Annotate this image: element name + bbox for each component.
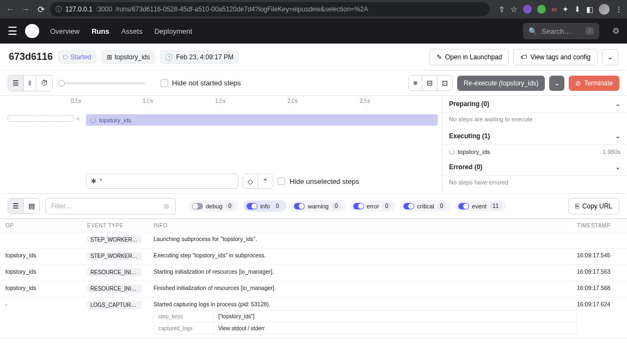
- layout-3[interactable]: ⊡: [438, 76, 452, 90]
- log-view-structured[interactable]: ☰: [8, 199, 24, 213]
- log-view-group: ☰ ▤: [8, 198, 40, 214]
- run-id: 673d6116: [9, 51, 53, 63]
- level-critical[interactable]: critical0: [400, 200, 451, 212]
- url-bar[interactable]: ⓘ 127.0.0.1:3000/runs/673d6116-0528-45df…: [50, 2, 490, 16]
- layout-group: ≡ ⊟ ⊡: [408, 75, 453, 91]
- col-ts: TIMESTAMP: [577, 223, 627, 229]
- download-icon[interactable]: ⬇: [574, 5, 581, 14]
- log-view-raw[interactable]: ▤: [24, 199, 39, 213]
- tick: 1.5s: [215, 98, 225, 104]
- toggle[interactable]: [458, 203, 469, 209]
- layout-2[interactable]: ⊟: [422, 76, 438, 90]
- hide-not-started-label: Hide not started steps: [172, 79, 241, 87]
- menu-icon[interactable]: ☰: [8, 24, 17, 38]
- section-succeeded[interactable]: Succeeded (0)›: [442, 191, 627, 193]
- toggle[interactable]: [192, 203, 203, 209]
- nav-overview[interactable]: Overview: [50, 27, 79, 35]
- app-logo[interactable]: [25, 24, 39, 38]
- nav-assets[interactable]: Assets: [121, 27, 143, 35]
- panel-icon[interactable]: ◧: [586, 5, 593, 14]
- reexecute-dropdown[interactable]: ⌄: [549, 76, 564, 91]
- hide-unselected-label: Hide unselected steps: [290, 177, 359, 186]
- search-placeholder: Search…: [542, 27, 571, 35]
- extension-icon-3[interactable]: ∞: [551, 5, 557, 14]
- log-row[interactable]: -LOGS_CAPTUREDStarted capturing logs in …: [0, 297, 627, 338]
- filter-up[interactable]: ⌃: [258, 174, 273, 188]
- view-waterfall[interactable]: ☰: [8, 76, 24, 91]
- log-filter-input[interactable]: Filter… ⊗: [45, 198, 176, 214]
- level-error[interactable]: error0: [350, 200, 396, 212]
- level-debug[interactable]: debug0: [189, 200, 239, 212]
- search-icon: 🔍: [528, 27, 537, 35]
- reexecute-button[interactable]: Re-execute (topstory_ids): [457, 76, 545, 91]
- share-icon[interactable]: ⇧: [499, 5, 505, 14]
- filter-layers[interactable]: ◇: [243, 174, 258, 188]
- browser-actions: ⇧ ☆ ∞ ✦ ⬇ ◧ ⋮: [493, 4, 623, 15]
- view-mode-group: ☰ ⫴ ⏱: [8, 75, 53, 91]
- open-launchpad-button[interactable]: ✎Open in Launchpad: [429, 49, 509, 65]
- view-time[interactable]: ⏱: [36, 76, 52, 91]
- extension-icon-2[interactable]: [537, 5, 546, 14]
- nav-runs[interactable]: Runs: [91, 27, 109, 35]
- section-errored[interactable]: Errored (0)⌄: [442, 159, 627, 176]
- spinner-icon: [90, 118, 96, 123]
- settings-icon[interactable]: ⚙: [612, 26, 619, 36]
- toggle[interactable]: [247, 203, 257, 209]
- extension-icon-1[interactable]: [523, 5, 532, 14]
- log-row[interactable]: topstory_idsRESOURCE_INIT_SUCC…Finished …: [0, 281, 627, 297]
- toggle[interactable]: [353, 203, 364, 209]
- level-info[interactable]: info0: [243, 200, 286, 212]
- view-tags-button[interactable]: 🏷View tags and config: [513, 49, 598, 65]
- cancel-icon: ⊘: [575, 79, 581, 87]
- browser-chrome-bar: ← → ⟳ ⓘ 127.0.0.1:3000/runs/673d6116-052…: [0, 0, 627, 18]
- layout-1[interactable]: ≡: [409, 76, 422, 90]
- extensions-icon[interactable]: ✦: [562, 5, 569, 14]
- gantt-chart[interactable]: 0.5s 1.0s 1.5s 2.0s 2.5s topstory_ids ✱ …: [0, 96, 442, 193]
- view-flat[interactable]: ⫴: [24, 76, 36, 91]
- tick: 0.5s: [71, 98, 81, 104]
- tag-icon: 🏷: [520, 53, 527, 61]
- level-event[interactable]: event11: [455, 200, 506, 212]
- executing-step[interactable]: topstory_ids1.980s: [442, 145, 627, 159]
- zoom-slider[interactable]: [58, 82, 145, 84]
- log-table: OP EVENT TYPE INFO TIMESTAMP STEP_WORKER…: [0, 219, 627, 342]
- log-header: OP EVENT TYPE INFO TIMESTAMP: [0, 219, 627, 232]
- more-button[interactable]: ⌄: [602, 49, 618, 65]
- slider-knob[interactable]: [58, 80, 65, 87]
- toggle[interactable]: [294, 203, 305, 209]
- star-icon[interactable]: ☆: [511, 5, 518, 14]
- reload-icon[interactable]: ⟳: [35, 4, 47, 15]
- event-tag: STEP_WORKER_STARTED: [87, 252, 142, 260]
- profile-avatar[interactable]: [599, 4, 610, 15]
- log-row[interactable]: topstory_idsSTEP_WORKER_STARTEDExecuting…: [0, 248, 627, 264]
- section-preparing[interactable]: Preparing (0)⌄: [442, 96, 627, 113]
- log-row[interactable]: topstory_idsRESOURCE_INIT_STAR…Starting …: [0, 264, 627, 281]
- level-warning[interactable]: warning0: [291, 200, 345, 212]
- forward-icon[interactable]: →: [20, 4, 32, 14]
- section-executing[interactable]: Executing (1)⌄: [442, 128, 627, 145]
- clear-icon[interactable]: ⊗: [163, 202, 170, 211]
- event-tag: RESOURCE_INIT_SUCC…: [87, 285, 142, 293]
- job-pill[interactable]: ⊞topstory_ids: [102, 51, 155, 64]
- row-label-box[interactable]: [8, 115, 74, 122]
- step-filter-input[interactable]: ✱ *: [86, 174, 238, 189]
- kebab-icon[interactable]: ⋮: [615, 5, 623, 14]
- nav-links: Overview Runs Assets Deployment: [50, 27, 192, 35]
- filter-controls: ◇ ⌃: [243, 174, 273, 189]
- col-info: INFO: [148, 223, 577, 229]
- status-pill: Started: [58, 51, 96, 64]
- back-icon[interactable]: ←: [4, 4, 16, 14]
- global-search[interactable]: 🔍 Search… /: [523, 23, 599, 39]
- hide-not-started-checkbox[interactable]: [161, 79, 168, 87]
- toggle[interactable]: [403, 203, 414, 209]
- hide-unselected-checkbox[interactable]: [278, 177, 285, 185]
- log-row[interactable]: STEP_WORKER_STARTI…Launching subprocess …: [0, 232, 627, 248]
- gantt-rows: topstory_ids: [0, 107, 442, 177]
- copy-url-button[interactable]: ⎘Copy URL: [568, 198, 619, 214]
- log-row[interactable]: topstory_idsSTEP_STARTStarted execution …: [0, 338, 627, 342]
- event-tag: LOGS_CAPTURED: [87, 301, 142, 309]
- nav-deployment[interactable]: Deployment: [155, 27, 192, 35]
- terminate-button[interactable]: ⊘Terminate: [569, 76, 619, 91]
- spinner-icon: [449, 149, 454, 155]
- step-bar[interactable]: topstory_ids: [86, 114, 438, 126]
